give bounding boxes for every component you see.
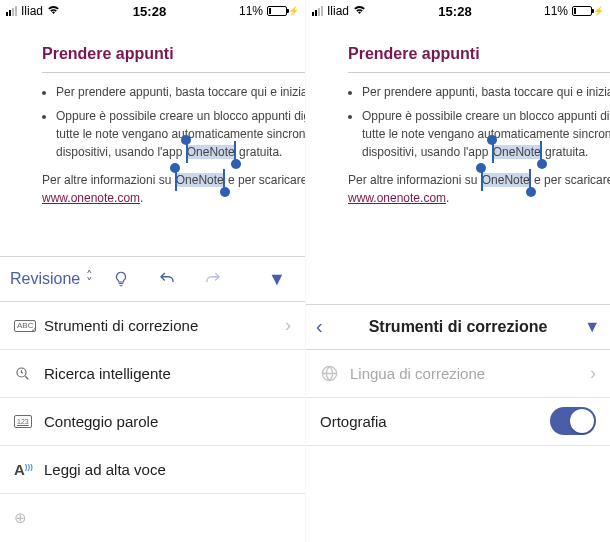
screen-right: Iliad 15:28 11% ⚡ Prendere appunti Per p…: [305, 0, 610, 542]
carrier-label: Iliad: [327, 4, 349, 18]
hyperlink[interactable]: www.onenote.com: [42, 191, 140, 205]
battery-percent: 11%: [239, 4, 263, 18]
selection-handle-start[interactable]: [170, 163, 180, 173]
redo-icon[interactable]: [195, 261, 231, 297]
doc-heading: Prendere appunti: [42, 42, 305, 66]
doc-heading: Prendere appunti: [348, 42, 610, 66]
carrier-label: Iliad: [21, 4, 43, 18]
selection-handle-start[interactable]: [476, 163, 486, 173]
selection-handle-end[interactable]: [526, 187, 536, 197]
battery-icon: ⚡: [572, 6, 604, 16]
signal-bars-icon: [6, 6, 17, 16]
word-count-icon: 123: [14, 415, 44, 428]
collapse-ribbon-icon[interactable]: ▼: [570, 318, 600, 336]
menu-item-read-aloud[interactable]: A))) Leggi ad alta voce: [0, 446, 305, 494]
text-selection[interactable]: OneNote: [492, 143, 542, 161]
wifi-icon: [353, 5, 366, 17]
selection-handle-end[interactable]: [231, 159, 241, 169]
text-selection[interactable]: OneNote: [175, 171, 225, 189]
horizontal-rule: [348, 72, 610, 73]
ribbon-tab-label: Revisione: [10, 270, 80, 288]
panel-title: Strumenti di correzione: [356, 318, 560, 336]
lightbulb-icon[interactable]: [103, 261, 139, 297]
doc-paragraph: Per altre informazioni su OneNote e per …: [348, 171, 610, 207]
menu-item-smart-lookup[interactable]: Ricerca intelligente: [0, 350, 305, 398]
undo-icon[interactable]: [149, 261, 185, 297]
screen-left: Iliad 15:28 11% ⚡ Prendere appunti Per p…: [0, 0, 305, 542]
hyperlink[interactable]: www.onenote.com: [348, 191, 446, 205]
signal-bars-icon: [312, 6, 323, 16]
ribbon-tab-selector[interactable]: Revisione ˄˅: [10, 270, 93, 288]
battery-percent: 11%: [544, 4, 568, 18]
horizontal-rule: [42, 72, 305, 73]
doc-paragraph: Per altre informazioni su OneNote e per …: [42, 171, 305, 207]
clock: 15:28: [133, 4, 166, 19]
proofing-menu: Lingua di correzione › Ortografia: [306, 350, 610, 446]
wifi-icon: [47, 5, 60, 17]
status-bar: Iliad 15:28 11% ⚡: [306, 0, 610, 20]
bullet-item: Oppure è possibile creare un blocco appu…: [56, 107, 305, 161]
selection-handle-end[interactable]: [537, 159, 547, 169]
globe-icon: [320, 364, 350, 383]
text-selection[interactable]: OneNote: [481, 171, 531, 189]
clock: 15:28: [438, 4, 471, 19]
bullet-item: Oppure è possibile creare un blocco appu…: [362, 107, 610, 161]
spelling-toggle[interactable]: [550, 407, 596, 435]
menu-item-spelling: Ortografia: [306, 398, 610, 446]
document-area[interactable]: Prendere appunti Per prendere appunti, b…: [306, 20, 610, 207]
spellcheck-icon: ABC: [14, 320, 44, 332]
smart-lookup-icon: [14, 365, 44, 383]
back-button[interactable]: ‹: [316, 315, 346, 338]
menu-item-proofing[interactable]: ABC Strumenti di correzione ›: [0, 302, 305, 350]
bullet-item: Per prendere appunti, basta toccare qui …: [362, 83, 610, 101]
menu-item-word-count[interactable]: 123 Conteggio parole: [0, 398, 305, 446]
collapse-ribbon-icon[interactable]: ▼: [259, 261, 295, 297]
review-menu: ABC Strumenti di correzione › Ricerca in…: [0, 302, 305, 542]
updown-icon: ˄˅: [86, 272, 93, 286]
battery-icon: ⚡: [267, 6, 299, 16]
selection-handle-end[interactable]: [220, 187, 230, 197]
ribbon-toolbar: Revisione ˄˅ ▼: [0, 256, 305, 302]
chevron-right-icon: ›: [285, 315, 291, 336]
ribbon-toolbar: ‹ Strumenti di correzione ▼: [306, 304, 610, 350]
menu-item-proofing-language: Lingua di correzione ›: [306, 350, 610, 398]
document-area[interactable]: Prendere appunti Per prendere appunti, b…: [0, 20, 305, 207]
menu-item-more[interactable]: ⊕: [0, 494, 305, 542]
chevron-right-icon: ›: [590, 363, 596, 384]
bullet-item: Per prendere appunti, basta toccare qui …: [56, 83, 305, 101]
text-selection[interactable]: OneNote: [186, 143, 236, 161]
more-icon: ⊕: [14, 509, 44, 527]
selection-handle-start[interactable]: [181, 135, 191, 145]
read-aloud-icon: A))): [14, 461, 44, 478]
selection-handle-start[interactable]: [487, 135, 497, 145]
status-bar: Iliad 15:28 11% ⚡: [0, 0, 305, 20]
